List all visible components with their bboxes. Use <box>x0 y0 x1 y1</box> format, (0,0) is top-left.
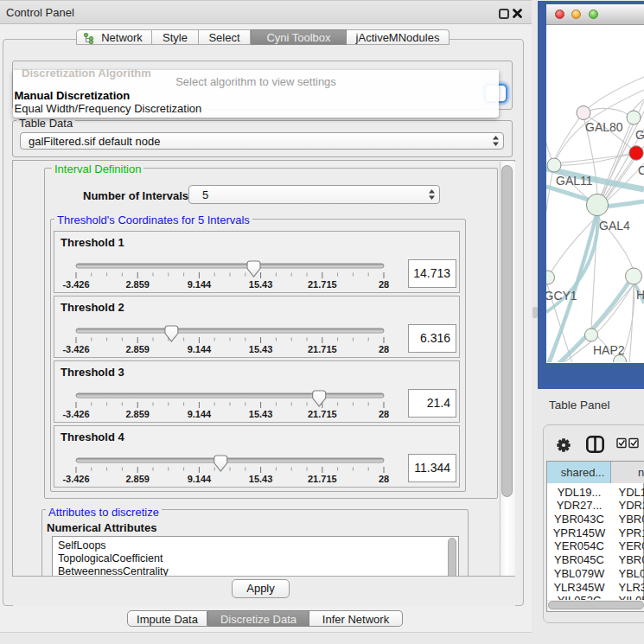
svg-text:-3.426: -3.426 <box>62 279 89 290</box>
svg-text:9.144: 9.144 <box>188 279 212 290</box>
svg-text:H: H <box>636 288 644 302</box>
svg-text:HAP2: HAP2 <box>593 343 625 357</box>
svg-text:28: 28 <box>379 474 389 484</box>
svg-text:GAL11: GAL11 <box>556 174 593 188</box>
svg-text:GAL80: GAL80 <box>585 120 623 134</box>
svg-text:15.43: 15.43 <box>249 474 273 484</box>
svg-text:21.715: 21.715 <box>308 409 337 419</box>
svg-text:GAL: GAL <box>635 127 644 141</box>
svg-text:2.859: 2.859 <box>125 409 150 419</box>
svg-text:28: 28 <box>379 344 389 354</box>
svg-text:15.43: 15.43 <box>249 409 273 419</box>
svg-text:9.144: 9.144 <box>188 344 212 354</box>
svg-text:-3.426: -3.426 <box>62 474 89 484</box>
svg-text:21.715: 21.715 <box>308 344 337 354</box>
svg-text:15.43: 15.43 <box>249 279 273 290</box>
svg-text:21.715: 21.715 <box>308 279 337 290</box>
svg-text:21.715: 21.715 <box>308 474 337 484</box>
svg-text:-3.426: -3.426 <box>62 409 89 419</box>
svg-text:28: 28 <box>379 409 389 419</box>
svg-text:2.859: 2.859 <box>125 279 150 290</box>
svg-text:C: C <box>638 163 644 177</box>
svg-text:-3.426: -3.426 <box>62 344 89 354</box>
svg-text:15.43: 15.43 <box>249 344 273 354</box>
svg-text:9.144: 9.144 <box>188 409 212 419</box>
svg-text:28: 28 <box>379 279 389 290</box>
svg-text:GAL4: GAL4 <box>599 218 630 232</box>
svg-text:2.859: 2.859 <box>125 474 150 484</box>
svg-text:9.144: 9.144 <box>188 474 212 484</box>
svg-text:2.859: 2.859 <box>125 344 150 354</box>
svg-text:GCY1: GCY1 <box>546 289 577 303</box>
